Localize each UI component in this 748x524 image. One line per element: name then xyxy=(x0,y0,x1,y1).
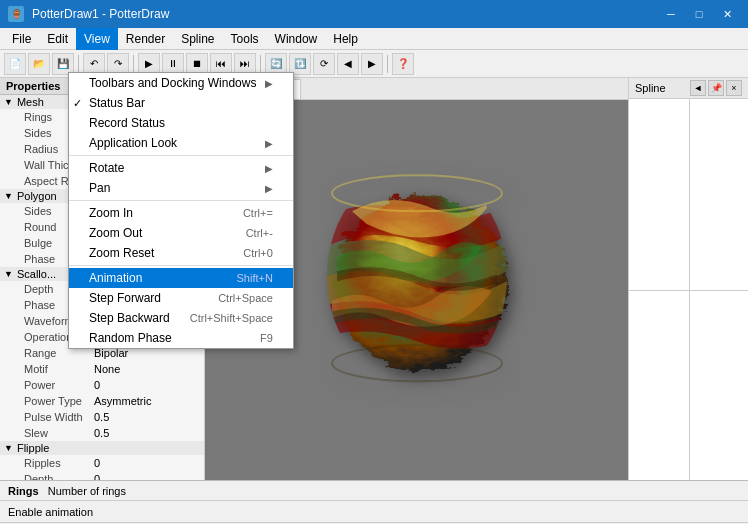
range-value: Bipolar xyxy=(94,347,128,359)
prop-ripples: Ripples 0 xyxy=(0,455,204,471)
pulse-width-label: Pulse Width xyxy=(24,411,94,423)
scallop-depth-label: Depth xyxy=(24,283,94,295)
menu-spline[interactable]: Spline xyxy=(173,28,222,50)
prop-radius: Radius xyxy=(0,141,204,157)
window-controls: ─ □ ✕ xyxy=(658,4,740,24)
toolbar-btn9[interactable]: 🔃 xyxy=(289,53,311,75)
toolbar-save[interactable]: 💾 xyxy=(52,53,74,75)
flipple-depth-value: 0 xyxy=(94,473,100,480)
menu-edit[interactable]: Edit xyxy=(39,28,76,50)
prop-motif: Motif None xyxy=(0,361,204,377)
tab-label: PotterDraw1 xyxy=(218,84,279,96)
toolbar-btn11[interactable]: ◀ xyxy=(337,53,359,75)
power-type-label: Power Type xyxy=(24,395,94,407)
prop-power: Power 0 xyxy=(0,377,204,393)
toolbar-btn3[interactable]: ▶ xyxy=(138,53,160,75)
canvas-tab[interactable]: PotterDraw1 × xyxy=(207,79,301,99)
phase-label: Phase xyxy=(24,253,94,265)
mesh-triangle: ▼ xyxy=(4,97,13,107)
right-panel: Spline ◄ 📌 × xyxy=(628,78,748,480)
prop-sides: Sides xyxy=(0,125,204,141)
toolbar-btn10[interactable]: ⟳ xyxy=(313,53,335,75)
section-mesh[interactable]: ▼ Mesh xyxy=(0,95,204,109)
flipple-triangle: ▼ xyxy=(4,443,13,453)
section-flipple[interactable]: ▼ Flipple xyxy=(0,441,204,455)
info-bar: Rings Number of rings xyxy=(0,480,748,500)
operation-value: Add xyxy=(94,331,114,343)
menu-window[interactable]: Window xyxy=(267,28,326,50)
waveform-value: Sine xyxy=(94,315,116,327)
maximize-button[interactable]: □ xyxy=(686,4,712,24)
scallop-phase-label: Phase xyxy=(24,299,94,311)
mesh-label: Mesh xyxy=(17,96,44,108)
menu-render[interactable]: Render xyxy=(118,28,173,50)
menu-help[interactable]: Help xyxy=(325,28,366,50)
toolbar-new[interactable]: 📄 xyxy=(4,53,26,75)
toolbar-btn6[interactable]: ⏮ xyxy=(210,53,232,75)
section-scallop[interactable]: ▼ Scallo... xyxy=(0,267,204,281)
pulse-width-value: 0.5 xyxy=(94,411,109,423)
rings-label: Rings xyxy=(24,111,94,123)
prop-aspect-r: Aspect R... xyxy=(0,173,204,189)
prop-power-type: Power Type Asymmetric xyxy=(0,393,204,409)
menu-tools[interactable]: Tools xyxy=(223,28,267,50)
polygon-triangle: ▼ xyxy=(4,191,13,201)
main-area: Properties ▼ Mesh Rings Sides Radius Wal… xyxy=(0,78,748,480)
prop-scallop-depth: Depth 0 xyxy=(0,281,204,297)
spline-expand-btn[interactable]: ◄ xyxy=(690,80,706,96)
prop-round: Round xyxy=(0,219,204,235)
motif-value: None xyxy=(94,363,120,375)
canvas-viewport[interactable] xyxy=(205,100,628,480)
scallop-label: Scallo... xyxy=(17,268,56,280)
3d-object xyxy=(307,156,527,399)
section-polygon[interactable]: ▼ Polygon xyxy=(0,189,204,203)
spline-pin-btn[interactable]: 📌 xyxy=(708,80,724,96)
prop-slew: Slew 0.5 xyxy=(0,425,204,441)
toolbar-btn2[interactable]: ↷ xyxy=(107,53,129,75)
power-type-value: Asymmetric xyxy=(94,395,151,407)
close-button[interactable]: ✕ xyxy=(714,4,740,24)
menu-file[interactable]: File xyxy=(4,28,39,50)
bottom-label: Enable animation xyxy=(8,506,93,518)
toolbar: 📄 📂 💾 ↶ ↷ ▶ ⏸ ⏹ ⏮ ⏭ 🔄 🔃 ⟳ ◀ ▶ ❓ xyxy=(0,50,748,78)
prop-phase: Phase xyxy=(0,251,204,267)
toolbar-btn13[interactable]: ❓ xyxy=(392,53,414,75)
tab-close-icon[interactable]: × xyxy=(285,85,290,95)
info-description: Number of rings xyxy=(48,485,126,497)
spline-h-line xyxy=(629,290,748,291)
toolbar-open[interactable]: 📂 xyxy=(28,53,50,75)
slew-value: 0.5 xyxy=(94,427,109,439)
toolbar-btn8[interactable]: 🔄 xyxy=(265,53,287,75)
minimize-button[interactable]: ─ xyxy=(658,4,684,24)
flipple-label: Flipple xyxy=(17,442,49,454)
scallop-triangle: ▼ xyxy=(4,269,13,279)
properties-header: Properties xyxy=(0,78,204,95)
radius-label: Radius xyxy=(24,143,94,155)
menu-view[interactable]: View xyxy=(76,28,118,50)
aspect-r-label: Aspect R... xyxy=(24,175,94,187)
scallop-phase-value: 0 xyxy=(94,299,100,311)
prop-wall-thick: Wall Thic xyxy=(0,157,204,173)
spline-close-btn[interactable]: × xyxy=(726,80,742,96)
toolbar-btn7[interactable]: ⏭ xyxy=(234,53,256,75)
toolbar-btn5[interactable]: ⏹ xyxy=(186,53,208,75)
prop-range: Range Bipolar xyxy=(0,345,204,361)
info-section-label: Rings xyxy=(8,485,39,497)
menu-bar: File Edit View Render Spline Tools Windo… xyxy=(0,28,748,50)
slew-label: Slew xyxy=(24,427,94,439)
toolbar-btn4[interactable]: ⏸ xyxy=(162,53,184,75)
prop-flipple-depth: Depth 0 xyxy=(0,471,204,480)
ripples-label: Ripples xyxy=(24,457,94,469)
toolbar-btn12[interactable]: ▶ xyxy=(361,53,383,75)
prop-rings: Rings xyxy=(0,109,204,125)
toolbar-separator-1 xyxy=(78,55,79,73)
motif-label: Motif xyxy=(24,363,94,375)
window-title: PotterDraw1 - PotterDraw xyxy=(32,7,169,21)
right-panel-header: Spline ◄ 📌 × xyxy=(629,78,748,99)
spline-area xyxy=(629,99,748,480)
wall-thick-label: Wall Thic xyxy=(24,159,94,171)
prop-bulge: Bulge xyxy=(0,235,204,251)
toolbar-btn1[interactable]: ↶ xyxy=(83,53,105,75)
prop-pulse-width: Pulse Width 0.5 xyxy=(0,409,204,425)
toolbar-separator-4 xyxy=(387,55,388,73)
